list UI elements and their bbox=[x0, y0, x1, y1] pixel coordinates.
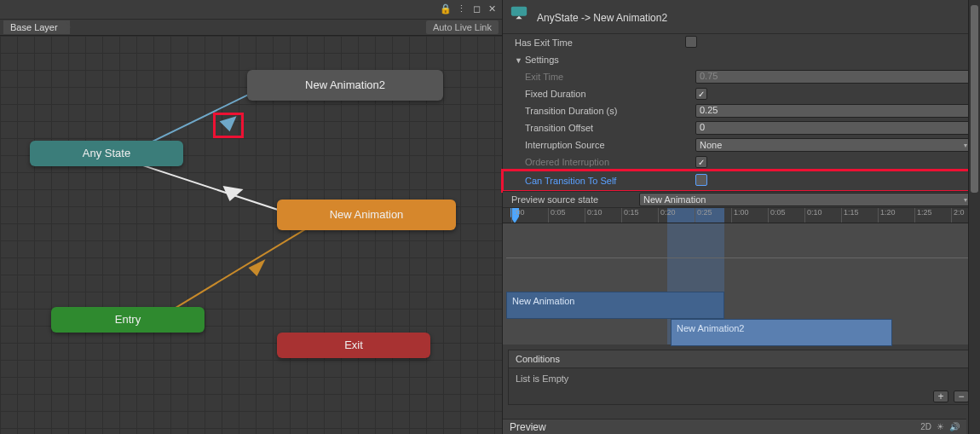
transition-timeline[interactable]: :000:050:100:150:200:251:000:050:101:151… bbox=[503, 208, 980, 344]
node-entry[interactable]: Entry bbox=[51, 307, 205, 333]
interruption-source-value: None bbox=[700, 140, 722, 150]
timeline-ruler[interactable]: :000:050:100:150:200:251:000:050:101:151… bbox=[503, 208, 980, 223]
transition-title: AnyState -> New Animation2 bbox=[537, 12, 971, 24]
timeline-tick: :00 bbox=[511, 208, 525, 223]
preview-source-value: New Animation bbox=[643, 194, 706, 205]
conditions-empty: List is Empty bbox=[509, 368, 974, 389]
svg-rect-6 bbox=[511, 7, 527, 16]
node-any-state[interactable]: Any State bbox=[30, 141, 183, 166]
inspector-scrollbar[interactable] bbox=[968, 0, 980, 434]
inspector-header: AnyState -> New Animation2 bbox=[503, 0, 980, 34]
timeline-tick: 0:20 bbox=[658, 208, 676, 223]
chevron-down-icon: ▾ bbox=[964, 142, 967, 149]
maximize-icon[interactable]: ◻ bbox=[471, 3, 481, 14]
scrollbar-thumb[interactable] bbox=[971, 5, 978, 193]
exit-time-field[interactable]: 0.75 bbox=[695, 70, 971, 84]
fixed-duration-label: Fixed Duration bbox=[525, 89, 695, 99]
timeline-tick: 0:05 bbox=[548, 208, 566, 223]
has-exit-time-label: Has Exit Time bbox=[515, 38, 685, 48]
preview-audio-icon[interactable]: 🔊 bbox=[949, 422, 960, 431]
lock-icon[interactable]: 🔒 bbox=[441, 3, 451, 14]
timeline-tick: 1:25 bbox=[914, 208, 932, 223]
breadcrumb[interactable]: Base Layer bbox=[3, 20, 70, 34]
timeline-tick: 1:00 bbox=[731, 208, 749, 223]
animator-panel: 🔒 ⋮ ◻ ✕ Base Layer Auto Live Link bbox=[0, 0, 503, 434]
animator-toolbar: Base Layer Auto Live Link bbox=[0, 19, 502, 36]
transition-icon bbox=[510, 3, 528, 22]
inspector-panel: AnyState -> New Animation2 Has Exit Time… bbox=[503, 0, 980, 434]
preview-strip[interactable]: Preview 2D ☀ 🔊 bbox=[503, 419, 966, 434]
svg-line-4 bbox=[175, 223, 315, 309]
svg-marker-3 bbox=[223, 186, 244, 201]
timeline-clip-dest[interactable]: New Animation2 bbox=[671, 319, 892, 346]
preview-source-row: Preview source state New Animation▾ bbox=[503, 191, 980, 208]
node-new-animation[interactable]: New Animation bbox=[277, 200, 456, 230]
settings-foldout[interactable]: ▼Settings bbox=[515, 55, 685, 65]
preview-source-label: Preview source state bbox=[511, 194, 639, 205]
node-exit[interactable]: Exit bbox=[277, 333, 430, 358]
timeline-track-line bbox=[506, 258, 975, 258]
interruption-source-label: Interruption Source bbox=[525, 140, 695, 150]
transition-duration-field[interactable]: 0.25 bbox=[695, 104, 971, 118]
timeline-body: New Animation New Animation2 bbox=[503, 223, 980, 344]
conditions-block: Conditions List is Empty + − bbox=[508, 350, 975, 405]
window-buttons: 🔒 ⋮ ◻ ✕ bbox=[441, 3, 497, 14]
properties-block: Has Exit Time ▼Settings Exit Time 0.75 F… bbox=[503, 34, 980, 191]
has-exit-time-checkbox[interactable] bbox=[685, 36, 697, 48]
timeline-tick: 0:15 bbox=[621, 208, 639, 223]
fixed-duration-checkbox[interactable]: ✓ bbox=[695, 88, 707, 100]
animator-graph[interactable]: New Animation2 Any State New Animation E… bbox=[0, 36, 502, 434]
timeline-tick: 0:05 bbox=[768, 208, 786, 223]
timeline-tick: 1:15 bbox=[841, 208, 859, 223]
preview-strip-label: Preview bbox=[510, 421, 546, 433]
interruption-source-dropdown[interactable]: None▾ bbox=[695, 138, 971, 152]
chevron-down-icon: ▾ bbox=[964, 196, 967, 204]
close-icon[interactable]: ✕ bbox=[487, 3, 497, 14]
preview-2d-toggle[interactable]: 2D bbox=[920, 422, 931, 431]
menu-icon[interactable]: ⋮ bbox=[456, 3, 466, 14]
timeline-tick: 0:25 bbox=[695, 208, 712, 223]
settings-label: Settings bbox=[525, 55, 559, 65]
transition-offset-field[interactable]: 0 bbox=[695, 121, 971, 135]
exit-time-label: Exit Time bbox=[525, 72, 695, 82]
remove-condition-button[interactable]: − bbox=[954, 391, 969, 402]
ordered-interruption-label: Ordered Interruption bbox=[525, 157, 695, 167]
timeline-tick: 0:10 bbox=[804, 208, 822, 223]
svg-marker-5 bbox=[249, 259, 266, 276]
transition-duration-label: Transition Duration (s) bbox=[525, 106, 695, 116]
timeline-tick: 2:0 bbox=[951, 208, 965, 223]
conditions-header: Conditions bbox=[509, 350, 974, 368]
timeline-tick: 1:20 bbox=[878, 208, 896, 223]
preview-source-dropdown[interactable]: New Animation▾ bbox=[639, 193, 971, 206]
can-transition-to-self-checkbox[interactable] bbox=[695, 174, 707, 186]
can-transition-to-self-label: Can Transition To Self bbox=[525, 176, 695, 186]
auto-live-link-button[interactable]: Auto Live Link bbox=[426, 20, 499, 34]
ordered-interruption-checkbox: ✓ bbox=[695, 156, 707, 168]
preview-light-icon[interactable]: ☀ bbox=[937, 422, 944, 431]
highlight-transition-arrow bbox=[213, 113, 244, 138]
transition-offset-label: Transition Offset bbox=[525, 123, 695, 133]
timeline-clip-source[interactable]: New Animation bbox=[506, 292, 724, 319]
svg-line-2 bbox=[128, 160, 294, 215]
node-new-animation2[interactable]: New Animation2 bbox=[247, 70, 443, 101]
add-condition-button[interactable]: + bbox=[933, 391, 948, 402]
timeline-tick: 0:10 bbox=[585, 208, 602, 223]
